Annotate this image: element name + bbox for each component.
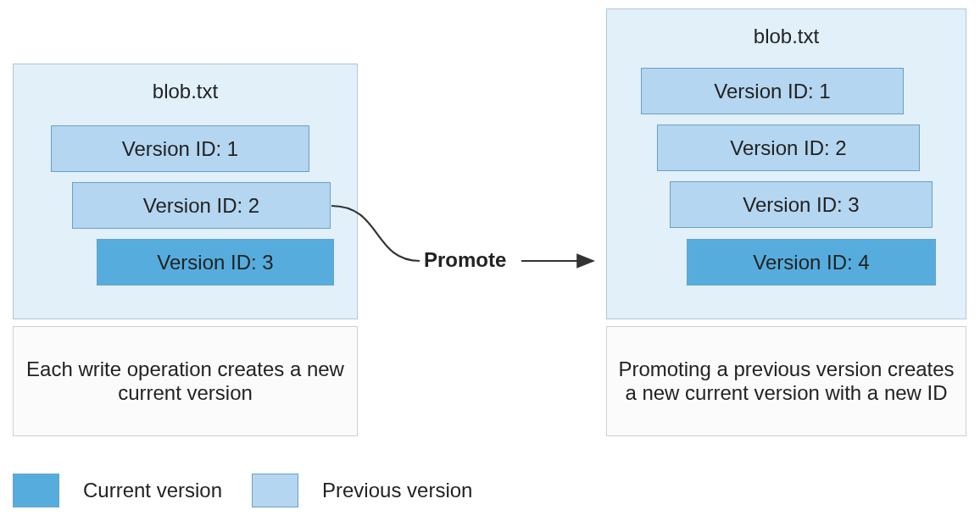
- right-version-1: Version ID: 1: [641, 68, 904, 114]
- left-version-3: Version ID: 3: [97, 239, 334, 285]
- legend-label-current: Current version: [83, 479, 222, 502]
- right-version-3: Version ID: 3: [670, 181, 933, 228]
- legend-swatch-previous: [252, 474, 298, 507]
- left-version-2: Version ID: 2: [72, 182, 331, 229]
- right-version-2: Version ID: 2: [657, 125, 920, 171]
- legend-swatch-current: [13, 474, 59, 507]
- right-version-4: Version ID: 4: [687, 239, 936, 285]
- left-version-1: Version ID: 1: [51, 125, 309, 172]
- legend-label-previous: Previous version: [322, 479, 472, 502]
